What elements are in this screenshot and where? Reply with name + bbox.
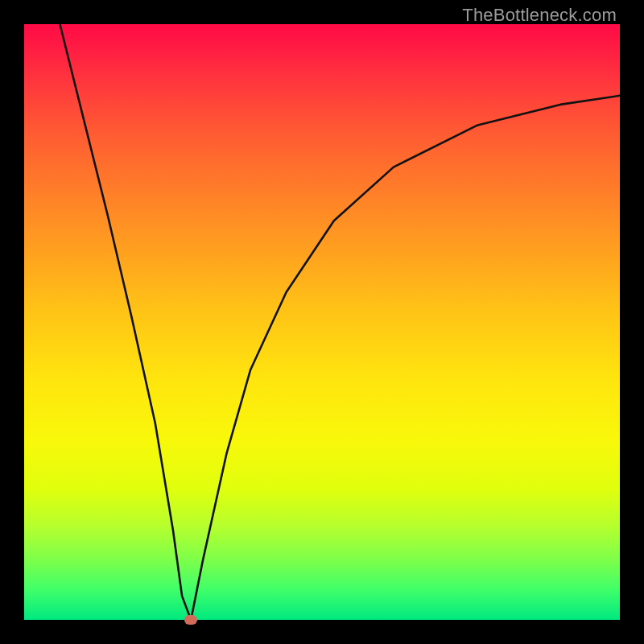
curve-path [60, 24, 620, 620]
plot-area [24, 24, 620, 620]
curve-svg [24, 24, 620, 620]
watermark-text: TheBottleneck.com [462, 5, 617, 26]
chart-frame: TheBottleneck.com [0, 0, 644, 644]
min-point-marker [184, 615, 197, 625]
